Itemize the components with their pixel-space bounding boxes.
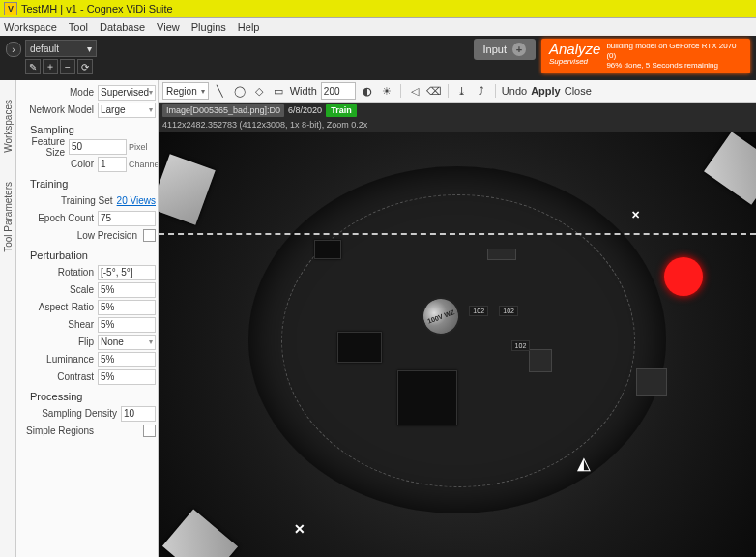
ic-chip (337, 332, 382, 363)
processing-heading: Processing (30, 391, 156, 402)
epoch-input[interactable]: 75 (98, 211, 156, 226)
feature-suffix: Pixel (129, 142, 156, 152)
rect-tool-icon[interactable]: ▭ (271, 83, 286, 99)
refresh-icon[interactable]: ⟳ (77, 59, 93, 74)
simple-checkbox[interactable] (143, 425, 156, 437)
menu-help[interactable]: Help (238, 21, 260, 33)
trainset-label: Training Set (18, 195, 117, 206)
resistor-label: 102 (499, 306, 518, 316)
lowprec-checkbox[interactable] (143, 229, 156, 242)
width-input[interactable]: 200 (321, 82, 356, 100)
apply-button[interactable]: Apply (531, 85, 561, 97)
polygon-tool-icon[interactable]: ◇ (251, 83, 267, 99)
menu-database[interactable]: Database (100, 21, 145, 33)
export-icon[interactable]: ⤓ (454, 83, 470, 99)
parameters-panel: ModeSupervised Network ModelLarge Sampli… (16, 80, 159, 557)
image-date: 6/8/2020 (288, 105, 322, 115)
region-top-edge[interactable] (159, 233, 756, 235)
luminance-label: Luminance (18, 354, 98, 365)
luminance-input[interactable]: 5% (98, 352, 156, 367)
menu-plugins[interactable]: Plugins (191, 21, 226, 33)
breadcrumb-bar: Image[D005365_bad.png]:D0 6/8/2020 Train (159, 103, 756, 118)
ic-chip (397, 370, 457, 425)
mode-dropdown[interactable]: Supervised (98, 85, 156, 101)
canvas-toolbar: Region ╲ ◯ ◇ ▭ Width 200 ◐ ☀ ◁ ⌫ ⤓ ⤴ Und… (159, 80, 756, 103)
remove-icon[interactable]: − (60, 59, 75, 74)
contrast-label: Contrast (18, 371, 98, 382)
width-label: Width (290, 85, 317, 97)
input-button[interactable]: Input + (474, 39, 536, 60)
ic-chip (314, 240, 341, 259)
scale-input[interactable]: 5% (98, 282, 156, 298)
trainset-link[interactable]: 20 Views (117, 195, 156, 206)
color-label: Color (18, 159, 98, 169)
flip-dropdown[interactable]: None (98, 335, 156, 350)
tab-tool-parameters[interactable]: Tool Parameters (3, 182, 14, 252)
canvas-area: Region ╲ ◯ ◇ ▭ Width 200 ◐ ☀ ◁ ⌫ ⤓ ⤴ Und… (159, 80, 756, 557)
color-suffix: Channel (129, 160, 156, 169)
resistor-label: 102 (511, 340, 531, 351)
image-tag[interactable]: Image[D005365_bad.png]:D0 (162, 104, 284, 117)
prev-icon[interactable]: ◁ (407, 83, 422, 99)
analyze-status[interactable]: Analyze Supervised building model on GeF… (541, 39, 750, 73)
smd-component (636, 368, 667, 396)
side-tab-strip: Workspaces Tool Parameters (0, 80, 16, 557)
aspect-label: Aspect-Ratio (18, 302, 98, 312)
lowprec-label: Low Precision (18, 230, 141, 241)
defect-marker[interactable] (664, 257, 703, 296)
menu-view[interactable]: View (157, 21, 180, 33)
color-input[interactable]: 1 (98, 157, 127, 172)
region-dropdown[interactable]: Region (162, 82, 209, 100)
shear-label: Shear (18, 319, 98, 330)
rotation-input[interactable]: [-5°, 5°] (98, 265, 156, 280)
resistor-label: 102 (469, 306, 488, 316)
menu-bar: Workspace Tool Database View Plugins Hel… (0, 18, 756, 36)
circle-tool-icon[interactable]: ◯ (232, 83, 247, 99)
image-viewport[interactable]: 100V WZ 102 102 102 ✕ ✕ ◭ (159, 132, 756, 557)
smd-component (529, 349, 552, 372)
plus-icon: + (512, 43, 526, 56)
smd-component (487, 249, 516, 260)
add-icon[interactable]: ＋ (43, 59, 58, 74)
close-button[interactable]: Close (565, 85, 592, 97)
pcb-image (248, 166, 667, 513)
density-input[interactable]: 10 (121, 406, 156, 422)
line-tool-icon[interactable]: ╲ (213, 83, 228, 99)
scale-label: Scale (18, 284, 98, 295)
rotation-label: Rotation (18, 267, 98, 278)
feature-input[interactable]: 50 (69, 139, 127, 155)
cross-marker-icon: ✕ (294, 521, 305, 537)
menu-tool[interactable]: Tool (69, 21, 88, 33)
cross-marker-icon: ✕ (631, 209, 640, 221)
epoch-label: Epoch Count (18, 213, 98, 223)
sampling-heading: Sampling (30, 124, 156, 135)
shear-input[interactable]: 5% (98, 317, 156, 333)
menu-workspace[interactable]: Workspace (4, 21, 57, 33)
window-title: TestMH | v1 - Cognex ViDi Suite (21, 3, 173, 15)
flip-label: Flip (18, 337, 98, 347)
bracket-corner (704, 132, 756, 204)
undo-button[interactable]: Undo (502, 85, 527, 97)
perturbation-heading: Perturbation (30, 249, 156, 261)
expand-toggle[interactable]: › (6, 42, 21, 57)
train-badge: Train (326, 104, 357, 117)
tab-workspaces[interactable]: Workspaces (3, 100, 14, 153)
share-icon[interactable]: ⤴ (474, 83, 489, 99)
network-label: Network Model (18, 104, 98, 115)
density-label: Sampling Density (18, 408, 121, 419)
network-dropdown[interactable]: Large (98, 103, 156, 118)
brightness-icon[interactable]: ☀ (379, 83, 394, 99)
workspace-dropdown[interactable]: default▾ (25, 40, 97, 57)
aspect-input[interactable]: 5% (98, 300, 156, 315)
simple-label: Simple Regions (18, 425, 141, 436)
contrast-input[interactable]: 5% (98, 369, 156, 385)
triangle-marker-icon: ◭ (571, 453, 596, 474)
title-bar: V TestMH | v1 - Cognex ViDi Suite (0, 0, 756, 18)
feature-label: Feature Size (18, 136, 69, 158)
app-icon: V (4, 2, 17, 15)
bracket-corner (162, 510, 238, 557)
top-toolbar: › default▾ ✎ ＋ − ⟳ Input + Analyze Super… (0, 36, 756, 80)
edit-icon[interactable]: ✎ (25, 59, 41, 74)
mask-tool-icon[interactable]: ◐ (360, 83, 375, 99)
delete-icon[interactable]: ⌫ (426, 83, 442, 99)
